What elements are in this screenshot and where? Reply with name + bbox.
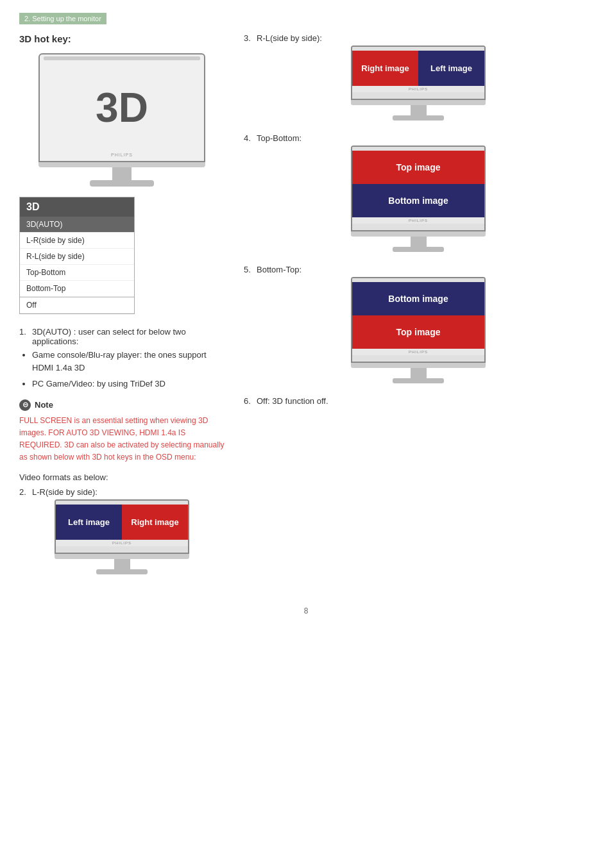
philips-logo-3: PHILIPS [352, 86, 484, 92]
monitor-diagram-5: Bottom image Top image PHILIPS [244, 277, 593, 383]
monitor-base-bar-2 [55, 554, 189, 559]
diagram-3-title: R-L(side by side): [257, 33, 322, 43]
list-item-1: 1. 3D(AUTO) : user can select for below … [19, 327, 225, 346]
osd-menu-item-off[interactable]: Off [20, 297, 134, 313]
monitor-stand-base [90, 180, 154, 187]
monitor-neck-small-3 [411, 105, 427, 115]
screen-bottom-bar-2 [56, 546, 188, 553]
screen-content-3: Right image Left image [352, 51, 484, 86]
osd-menu-item-bottomtop[interactable]: Bottom-Top [20, 281, 134, 297]
monitor-base-small-5 [393, 378, 444, 383]
monitor-base-small-3 [393, 115, 444, 121]
screen-bottom-bar-5 [352, 355, 484, 362]
diagram-4-label: 4. Top-Bottom: [244, 133, 593, 143]
osd-menu: 3D 3D(AUTO) L-R(side by side) R-L(side b… [19, 197, 135, 314]
diagram-4-title: Top-Bottom: [257, 133, 302, 143]
monitor-diagram-4: Top image Bottom image PHILIPS [244, 146, 593, 252]
monitor-screen-5: Bottom image Top image PHILIPS [351, 277, 486, 363]
osd-menu-header: 3D [20, 197, 134, 217]
screen-bottom-bar-3 [352, 92, 484, 99]
philips-logo-5: PHILIPS [352, 349, 484, 355]
diagram-3-number: 3. [244, 33, 257, 43]
note-icon: ⊝ [19, 399, 31, 411]
diagram-2-title: L-R(side by side): [32, 487, 98, 497]
monitor-base-small-2 [96, 569, 148, 574]
diagram-5: 5. Bottom-Top: Bottom image Top image PH… [244, 265, 593, 383]
monitor-illustration: 3D PHILIPS [19, 53, 225, 187]
screen-top-4: Top image [352, 151, 484, 184]
list-item-6: 6. Off: 3D function off. [244, 396, 593, 406]
bullet-list: Game console/Blu-ray player: the ones su… [19, 349, 225, 390]
page-number: 8 [19, 606, 593, 615]
breadcrumb: 2. Setting up the monitor [19, 13, 106, 24]
monitor-neck-small-5 [411, 368, 427, 378]
diagram-4-number: 4. [244, 133, 257, 143]
monitor-neck-small-2 [114, 559, 130, 569]
monitor-stand-top [38, 162, 205, 167]
philips-logo-2: PHILIPS [56, 540, 188, 546]
screen-content-2: Left image Right image [56, 505, 188, 540]
bullet-item-2: PC Game/Video: by using TriDef 3D [32, 378, 225, 390]
monitor-screen-3: Right image Left image PHILIPS [351, 46, 486, 100]
monitor-base-bar-4 [351, 231, 486, 237]
section-title: 3D hot key: [19, 33, 225, 44]
bullet-item-1: Game console/Blu-ray player: the ones su… [32, 349, 225, 374]
monitor-logo: PHILIPS [111, 153, 133, 157]
philips-logo-4: PHILIPS [352, 217, 484, 224]
monitor-neck-small-4 [411, 237, 427, 247]
monitor-top-bar [44, 56, 200, 60]
monitor-diagram-2: Left image Right image PHILIPS [19, 499, 225, 574]
diagram-4: 4. Top-Bottom: Top image Bottom image PH… [244, 133, 593, 252]
video-formats-label: Video formats as below: [19, 472, 225, 482]
list-item-1-text: 3D(AUTO) : user can select for below two… [32, 327, 225, 346]
monitor-base-bar-5 [351, 363, 486, 368]
monitor-frame: 3D PHILIPS [38, 53, 205, 162]
list-item-6-number: 6. [244, 396, 257, 406]
screen-right-3: Left image [418, 51, 484, 86]
monitor-screen-4: Top image Bottom image PHILIPS [351, 146, 486, 231]
diagram-2-number: 2. [19, 487, 32, 497]
note-box: ⊝ Note FULL SCREEN is an essential setti… [19, 399, 225, 464]
note-header: ⊝ Note [19, 399, 225, 411]
osd-menu-item-topbottom[interactable]: Top-Bottom [20, 265, 134, 281]
monitor-diagram-3: Right image Left image PHILIPS [244, 46, 593, 121]
diagram-2-label: 2. L-R(side by side): [19, 487, 225, 497]
monitor-screen-2: Left image Right image PHILIPS [55, 499, 189, 554]
diagram-5-number: 5. [244, 265, 257, 274]
screen-right-2: Right image [122, 505, 188, 540]
screen-left-2: Left image [56, 505, 122, 540]
osd-menu-item-rl[interactable]: R-L(side by side) [20, 249, 134, 265]
osd-menu-item-lr[interactable]: L-R(side by side) [20, 233, 134, 249]
monitor-base-small-4 [393, 247, 444, 252]
diagram-5-label: 5. Bottom-Top: [244, 265, 593, 274]
diagram-2: 2. L-R(side by side): Left image Right i… [19, 487, 225, 574]
monitor-stand-neck [112, 167, 132, 180]
screen-bottom-5: Top image [352, 315, 484, 349]
osd-menu-item-auto[interactable]: 3D(AUTO) [20, 217, 134, 233]
note-title: Note [35, 400, 53, 410]
note-text: FULL SCREEN is an essential setting when… [19, 415, 225, 464]
diagram-5-title: Bottom-Top: [257, 265, 302, 274]
list-item-1-number: 1. [19, 327, 32, 337]
screen-left-3: Right image [352, 51, 418, 86]
screen-bottom-bar-4 [352, 224, 484, 230]
monitor-base-bar-3 [351, 100, 486, 105]
screen-bottom-4: Bottom image [352, 184, 484, 217]
diagram-3-label: 3. R-L(side by side): [244, 33, 593, 43]
list-item-6-text: Off: 3D function off. [257, 396, 328, 406]
monitor-3d-label: 3D [96, 84, 148, 131]
screen-top-5: Bottom image [352, 282, 484, 315]
diagram-3: 3. R-L(side by side): Right image Left i… [244, 33, 593, 121]
